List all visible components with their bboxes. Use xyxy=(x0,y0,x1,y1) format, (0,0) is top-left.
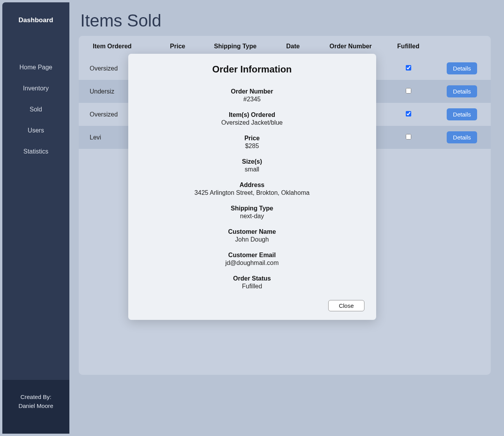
value-sizes: small xyxy=(140,166,364,173)
cell-actions: Details xyxy=(433,57,491,80)
info-sizes: Size(s) small xyxy=(140,158,364,173)
footer-author: Daniel Moore xyxy=(6,401,65,410)
cell-actions: Details xyxy=(433,126,491,149)
cell-fulfilled xyxy=(384,103,433,126)
sidebar-item-inventory[interactable]: Inventory xyxy=(2,78,69,99)
col-actions xyxy=(433,36,491,57)
value-shipping: next-day xyxy=(140,213,364,220)
value-customer-email: jd@doughmail.com xyxy=(140,259,364,267)
label-customer-name: Customer Name xyxy=(140,228,364,235)
info-order-number: Order Number #2345 xyxy=(140,88,364,103)
page-title: Items Sold xyxy=(80,11,491,30)
label-items-ordered: Item(s) Ordered xyxy=(140,111,364,118)
details-button[interactable]: Details xyxy=(447,62,477,74)
details-button[interactable]: Details xyxy=(447,131,477,143)
col-fulfilled: Fufilled xyxy=(384,36,433,57)
value-price: $285 xyxy=(140,143,364,150)
info-order-status: Order Status Fufilled xyxy=(140,275,364,290)
value-order-number: #2345 xyxy=(140,96,364,103)
fulfilled-checkbox[interactable] xyxy=(406,88,411,94)
details-button[interactable]: Details xyxy=(447,108,477,120)
value-address: 3425 Arlington Street, Brokton, Oklahoma xyxy=(140,189,364,196)
cell-fulfilled xyxy=(384,57,433,80)
close-button[interactable]: Close xyxy=(328,300,364,311)
info-price: Price $285 xyxy=(140,135,364,150)
cell-fulfilled xyxy=(384,80,433,103)
label-customer-email: Customer Email xyxy=(140,252,364,259)
fulfilled-checkbox[interactable] xyxy=(406,65,411,71)
label-order-status: Order Status xyxy=(140,275,364,282)
value-order-status: Fufilled xyxy=(140,283,364,290)
info-customer-email: Customer Email jd@doughmail.com xyxy=(140,252,364,267)
info-shipping: Shipping Type next-day xyxy=(140,205,364,220)
details-button[interactable]: Details xyxy=(447,85,477,97)
label-sizes: Size(s) xyxy=(140,158,364,165)
fulfilled-checkbox[interactable] xyxy=(406,134,411,139)
sidebar-footer: Created By: Daniel Moore xyxy=(2,380,69,434)
value-customer-name: John Dough xyxy=(140,236,364,243)
cell-fulfilled xyxy=(384,126,433,149)
info-items-ordered: Item(s) Ordered Oversized Jacket/blue xyxy=(140,111,364,126)
footer-created-by: Created By: xyxy=(6,392,65,401)
sidebar-item-home[interactable]: Home Page xyxy=(2,57,69,78)
info-customer-name: Customer Name John Dough xyxy=(140,228,364,243)
sidebar-brand: Dashboard xyxy=(2,2,69,41)
cell-actions: Details xyxy=(433,80,491,103)
sidebar-item-statistics[interactable]: Statistics xyxy=(2,141,69,162)
sidebar-item-sold[interactable]: Sold xyxy=(2,99,69,120)
sidebar-nav: Home Page Inventory Sold Users Statistic… xyxy=(2,57,69,162)
info-address: Address 3425 Arlington Street, Brokton, … xyxy=(140,182,364,196)
sidebar-item-users[interactable]: Users xyxy=(2,120,69,141)
value-items-ordered: Oversized Jacket/blue xyxy=(140,119,364,126)
label-order-number: Order Number xyxy=(140,88,364,95)
label-shipping: Shipping Type xyxy=(140,205,364,212)
modal-title: Order Information xyxy=(140,64,364,75)
label-price: Price xyxy=(140,135,364,142)
fulfilled-checkbox[interactable] xyxy=(406,111,411,117)
modal-footer: Close xyxy=(140,300,364,311)
sidebar: Dashboard Home Page Inventory Sold Users… xyxy=(2,2,69,434)
cell-actions: Details xyxy=(433,103,491,126)
label-address: Address xyxy=(140,182,364,189)
order-info-modal: Order Information Order Number #2345 Ite… xyxy=(128,54,376,320)
